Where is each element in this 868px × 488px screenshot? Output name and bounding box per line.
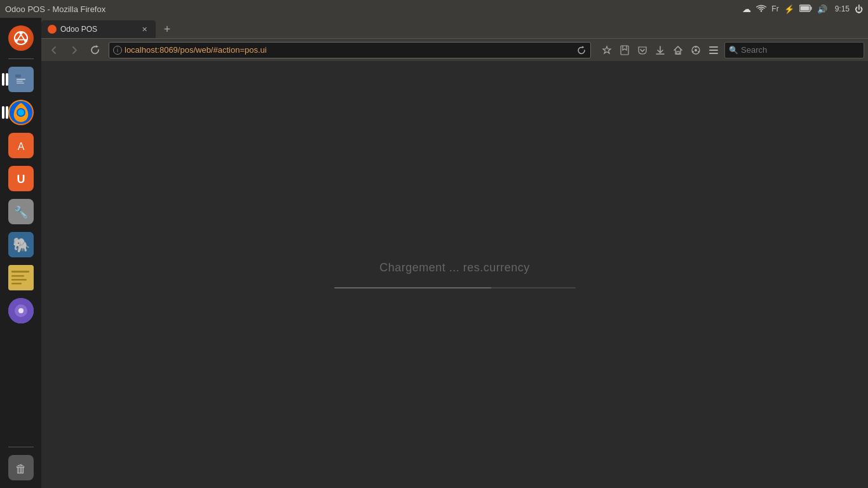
os-titlebar: Odoo POS - Mozilla Firefox ☁ Fr ⚡ — [0, 0, 868, 18]
firefox-active-indicator — [6, 106, 8, 119]
back-button[interactable] — [45, 41, 63, 59]
power-icon: ⏻ — [855, 4, 863, 14]
system-time: 9:15 — [835, 4, 850, 13]
svg-rect-11 — [17, 81, 23, 82]
files-icon — [8, 67, 34, 92]
home-button[interactable] — [670, 42, 686, 58]
dock-item-files[interactable] — [6, 64, 36, 95]
new-tab-button[interactable]: + — [158, 20, 176, 38]
browser-chrome: Odoo POS ✕ + — [41, 18, 868, 61]
svg-rect-10 — [17, 79, 25, 80]
url-bar[interactable]: i — [109, 42, 591, 58]
svg-rect-27 — [11, 279, 27, 281]
bookmark-manager-button[interactable] — [616, 42, 633, 58]
firefox-icon — [8, 100, 34, 125]
svg-rect-24 — [9, 266, 32, 288]
download-button[interactable] — [652, 42, 668, 58]
progress-bar-container — [334, 287, 576, 288]
svg-text:🔧: 🔧 — [14, 205, 29, 219]
svg-point-38 — [695, 46, 696, 47]
bookmark-star-button[interactable] — [599, 42, 615, 58]
search-icon: 🔍 — [729, 46, 738, 55]
theme-icon — [8, 298, 34, 323]
dock: A U 🔧 🐘 — [0, 18, 41, 488]
tab-title: Odoo POS — [60, 25, 135, 34]
tools-icon: 🔧 — [8, 199, 34, 224]
svg-point-40 — [692, 51, 693, 52]
search-input[interactable] — [741, 45, 860, 55]
hamburger-line-3 — [709, 53, 718, 54]
active-tab[interactable]: Odoo POS ✕ — [41, 20, 156, 38]
hamburger-line-1 — [709, 46, 718, 48]
svg-text:A: A — [17, 141, 24, 152]
software-center-icon: A — [8, 133, 34, 158]
progress-bar — [334, 287, 491, 288]
battery-icon — [799, 4, 812, 14]
dock-item-tools[interactable]: 🔧 — [6, 196, 36, 227]
tab-bar: Odoo POS ✕ + — [41, 18, 868, 38]
volume-icon: 🔊 — [817, 4, 827, 14]
dock-item-theme[interactable] — [6, 295, 36, 326]
url-reload-icon — [576, 45, 587, 55]
bluetooth-icon: ⚡ — [784, 4, 794, 14]
wifi-icon — [756, 4, 766, 15]
language-indicator: Fr — [771, 4, 778, 13]
forward-button[interactable] — [65, 41, 83, 59]
os-titlebar-right: ☁ Fr ⚡ — [742, 4, 863, 15]
svg-text:🐘: 🐘 — [12, 236, 30, 254]
svg-text:🗑: 🗑 — [15, 463, 27, 475]
svg-point-0 — [761, 10, 762, 11]
svg-rect-26 — [11, 275, 24, 277]
dock-item-pgadmin[interactable]: 🐘 — [6, 229, 36, 260]
browser-search-bar[interactable]: 🔍 — [724, 42, 864, 58]
ubuntu-logo-icon — [8, 25, 34, 51]
ubuntu-one-icon: U — [8, 166, 34, 191]
svg-rect-34 — [621, 46, 628, 55]
svg-rect-9 — [15, 74, 21, 78]
hamburger-line-2 — [709, 50, 718, 51]
trash-icon: 🗑 — [8, 455, 34, 480]
active-indicator — [6, 73, 8, 86]
cloud-icon: ☁ — [742, 4, 751, 14]
dock-separator-top — [8, 58, 34, 59]
info-icon: i — [113, 46, 122, 55]
tab-close-button[interactable]: ✕ — [139, 24, 149, 34]
browser-window: Odoo POS ✕ + — [41, 18, 868, 488]
svg-rect-25 — [11, 271, 29, 273]
reload-button[interactable] — [86, 41, 104, 59]
dock-item-ubuntu-one[interactable]: U — [6, 163, 36, 194]
sticky-notes-icon — [8, 265, 34, 290]
tab-favicon — [48, 25, 57, 34]
svg-point-37 — [695, 49, 697, 51]
url-input[interactable] — [125, 45, 574, 55]
hamburger-menu — [705, 42, 722, 58]
pocket-button[interactable] — [634, 42, 651, 58]
os-titlebar-left: Odoo POS - Mozilla Firefox — [5, 4, 105, 14]
loading-text: Chargement ... res.currency — [379, 261, 530, 274]
toolbar-icons — [599, 42, 722, 58]
os-window-title: Odoo POS - Mozilla Firefox — [5, 4, 105, 14]
svg-rect-35 — [677, 51, 679, 54]
svg-rect-2 — [810, 7, 811, 10]
dock-separator-bottom — [8, 447, 34, 447]
svg-point-31 — [18, 308, 24, 313]
svg-rect-3 — [800, 6, 809, 11]
dock-item-trash[interactable]: 🗑 — [6, 452, 36, 483]
browser-content: Chargement ... res.currency — [41, 61, 868, 488]
svg-point-39 — [698, 51, 699, 52]
menu-button[interactable] — [705, 42, 722, 58]
dock-item-ubuntu[interactable] — [6, 23, 36, 53]
dock-item-software[interactable]: A — [6, 130, 36, 161]
svg-point-15 — [18, 109, 24, 116]
svg-rect-12 — [17, 83, 24, 84]
dock-item-sticky[interactable] — [6, 262, 36, 293]
sync-button[interactable] — [688, 42, 704, 58]
svg-point-5 — [19, 32, 22, 35]
sys-tray: ☁ Fr ⚡ — [742, 4, 863, 15]
dock-item-firefox[interactable] — [6, 97, 36, 128]
svg-text:U: U — [17, 173, 25, 186]
pgadmin-icon: 🐘 — [8, 232, 34, 257]
svg-rect-28 — [11, 283, 22, 285]
nav-bar: i — [41, 38, 868, 61]
